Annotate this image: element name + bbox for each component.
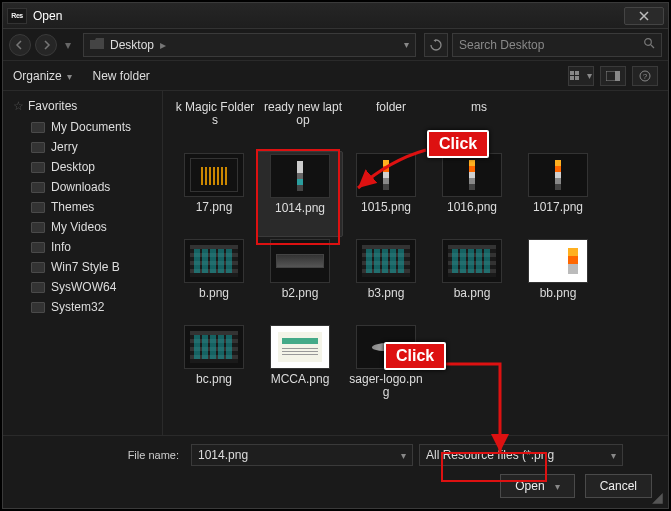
- file-item[interactable]: 1017.png: [515, 151, 601, 237]
- folder-icon: [31, 222, 45, 233]
- annotation-arrow-1: [350, 140, 430, 200]
- bottom-panel: File name: 1014.png ▾ All Resource files…: [3, 435, 668, 508]
- arrow-left-icon: [15, 40, 25, 50]
- star-icon: ☆: [13, 99, 24, 113]
- file-item[interactable]: ready new laptop: [259, 95, 347, 151]
- search-icon: [643, 37, 655, 52]
- file-item[interactable]: b2.png: [257, 237, 343, 323]
- search-placeholder: Search Desktop: [459, 38, 544, 52]
- chevron-down-icon: ▾: [587, 70, 592, 81]
- file-item[interactable]: MCCA.png: [257, 323, 343, 409]
- sidebar-item[interactable]: Themes: [3, 197, 162, 217]
- chevron-down-icon[interactable]: ▾: [401, 450, 406, 461]
- recent-locations-button[interactable]: ▾: [61, 38, 75, 52]
- file-item[interactable]: bc.png: [171, 323, 257, 409]
- new-folder-button[interactable]: New folder: [92, 69, 149, 83]
- chevron-down-icon: ▾: [65, 71, 73, 82]
- file-item[interactable]: k Magic Folders: [171, 95, 259, 151]
- sidebar-item[interactable]: SysWOW64: [3, 277, 162, 297]
- sidebar: ☆ Favorites My Documents Jerry Desktop D…: [3, 91, 163, 435]
- nav-row: ▾ Desktop ▸ ▾ Search Desktop: [3, 29, 668, 61]
- breadcrumb[interactable]: Desktop ▸ ▾: [83, 33, 416, 57]
- close-button[interactable]: [624, 7, 664, 25]
- folder-icon: [31, 282, 45, 293]
- sidebar-item[interactable]: My Documents: [3, 117, 162, 137]
- file-item[interactable]: ba.png: [429, 237, 515, 323]
- folder-icon: [31, 142, 45, 153]
- refresh-icon: [430, 39, 442, 51]
- preview-pane-button[interactable]: [600, 66, 626, 86]
- file-item[interactable]: b3.png: [343, 237, 429, 323]
- panel-icon: [606, 71, 620, 81]
- svg-point-0: [645, 39, 652, 46]
- favorites-header[interactable]: ☆ Favorites: [3, 95, 162, 117]
- titlebar: Res Open: [3, 3, 668, 29]
- app-icon: Res: [7, 8, 27, 24]
- chevron-down-icon[interactable]: ▾: [555, 481, 560, 492]
- file-item-selected[interactable]: 1014.png: [257, 151, 343, 237]
- svg-text:?: ?: [643, 72, 648, 81]
- chevron-right-icon: ▸: [160, 38, 166, 52]
- chevron-down-icon[interactable]: ▾: [404, 39, 409, 50]
- svg-rect-4: [575, 76, 579, 80]
- svg-rect-2: [575, 71, 579, 75]
- sidebar-item[interactable]: Jerry: [3, 137, 162, 157]
- sidebar-item[interactable]: Win7 Style B: [3, 257, 162, 277]
- file-item[interactable]: b.png: [171, 237, 257, 323]
- svg-rect-6: [615, 71, 620, 81]
- folder-icon: [31, 242, 45, 253]
- folder-icon: [31, 262, 45, 273]
- open-dialog: Res Open ▾ Desktop ▸ ▾ Search Desktop: [2, 2, 669, 509]
- folder-icon: [90, 38, 104, 52]
- breadcrumb-location: Desktop: [110, 38, 154, 52]
- filename-label: File name:: [13, 449, 185, 461]
- close-icon: [638, 11, 650, 21]
- forward-button[interactable]: [35, 34, 57, 56]
- help-icon: ?: [639, 70, 651, 82]
- sidebar-item[interactable]: Downloads: [3, 177, 162, 197]
- file-item[interactable]: bb.png: [515, 237, 601, 323]
- folder-icon: [31, 202, 45, 213]
- dialog-body: ☆ Favorites My Documents Jerry Desktop D…: [3, 91, 668, 435]
- file-item[interactable]: 1016.png: [429, 151, 515, 237]
- filename-input[interactable]: 1014.png ▾: [191, 444, 413, 466]
- folder-icon: [31, 302, 45, 313]
- folder-icon: [31, 162, 45, 173]
- sidebar-item[interactable]: Desktop: [3, 157, 162, 177]
- refresh-button[interactable]: [424, 33, 448, 57]
- folder-icon: [31, 182, 45, 193]
- toolbar: Organize ▾ New folder ▾ ?: [3, 61, 668, 91]
- organize-button[interactable]: Organize ▾: [13, 69, 72, 83]
- help-button[interactable]: ?: [632, 66, 658, 86]
- resize-grip[interactable]: ◢: [652, 492, 664, 504]
- arrow-right-icon: [41, 40, 51, 50]
- sidebar-item[interactable]: My Videos: [3, 217, 162, 237]
- svg-rect-1: [570, 71, 574, 75]
- open-button[interactable]: Open ▾: [500, 474, 574, 498]
- back-button[interactable]: [9, 34, 31, 56]
- view-button[interactable]: ▾: [568, 66, 594, 86]
- svg-rect-3: [570, 76, 574, 80]
- cancel-button[interactable]: Cancel: [585, 474, 652, 498]
- chevron-down-icon[interactable]: ▾: [611, 450, 616, 461]
- window-title: Open: [33, 9, 62, 23]
- view-icon: [570, 70, 584, 82]
- file-item[interactable]: 17.png: [171, 151, 257, 237]
- sidebar-item[interactable]: System32: [3, 297, 162, 317]
- sidebar-item[interactable]: Info: [3, 237, 162, 257]
- annotation-click-1: Click: [427, 130, 489, 158]
- search-input[interactable]: Search Desktop: [452, 33, 662, 57]
- folder-icon: [31, 122, 45, 133]
- annotation-arrow-2: [440, 360, 510, 460]
- annotation-click-2: Click: [384, 342, 446, 370]
